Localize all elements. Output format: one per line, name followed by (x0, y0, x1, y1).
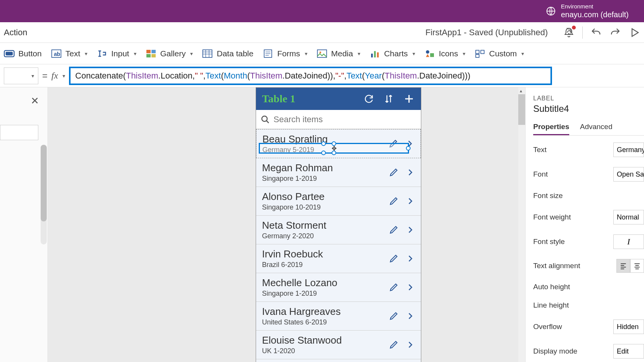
list-item[interactable]: Ivana HargreavesUnited States 6-2019 (256, 302, 421, 331)
svg-rect-25 (430, 53, 434, 57)
search-icon (261, 115, 270, 124)
prop-displaymode-value[interactable]: Edit (613, 344, 644, 359)
datatable-icon (202, 49, 213, 58)
environment-banner: Environment enayu.com (default) (0, 0, 644, 22)
chevron-right-icon[interactable] (406, 340, 415, 349)
prop-overflow-label: Overflow (533, 323, 562, 331)
prop-fontsize-label: Font size (533, 192, 563, 200)
chevron-down-icon[interactable]: ▾ (62, 73, 65, 79)
list-item-subtitle: Singapore 10-2019 (262, 203, 389, 211)
add-icon[interactable] (403, 93, 415, 105)
list-item[interactable]: Irvin RoebuckBrazil 6-2019 (256, 244, 421, 273)
svg-rect-6 (146, 50, 151, 53)
edit-icon[interactable] (389, 196, 399, 206)
app-checker-icon[interactable] (563, 27, 575, 38)
align-center-button[interactable] (630, 259, 644, 273)
chevron-right-icon[interactable] (406, 197, 415, 206)
tab-properties[interactable]: Properties (533, 123, 569, 135)
svg-rect-7 (151, 50, 156, 53)
svg-rect-3 (6, 52, 13, 55)
list-item[interactable]: Kia Dejohn (256, 359, 421, 362)
svg-rect-28 (476, 54, 479, 57)
tab-advanced[interactable]: Advanced (580, 123, 613, 135)
property-selector[interactable]: ▾ (4, 67, 38, 84)
selection-overlay[interactable]: ✥ (259, 143, 409, 154)
undo-icon[interactable] (590, 27, 602, 38)
list-item-subtitle: Brazil 6-2019 (262, 261, 389, 269)
scrollbar[interactable] (41, 145, 47, 244)
edit-icon[interactable] (389, 311, 399, 321)
list-item-subtitle: Singapore 1-2019 (262, 175, 389, 183)
svg-point-20 (319, 51, 321, 53)
environment-label: Environment (561, 3, 629, 10)
play-icon[interactable] (629, 27, 640, 38)
svg-text:ab: ab (54, 51, 60, 57)
refresh-icon[interactable] (363, 93, 374, 104)
list-item-title: Ivana Hargreaves (262, 306, 389, 318)
prop-font-label: Font (533, 170, 548, 179)
custom-icon (475, 49, 485, 58)
redo-icon[interactable] (610, 27, 621, 38)
chevron-down-icon: ▾ (190, 51, 193, 57)
formula-input[interactable]: Concatenate(ThisItem.Location, " ", Text… (69, 67, 552, 85)
edit-icon[interactable] (389, 340, 399, 350)
insert-custom[interactable]: Custom ▾ (475, 49, 524, 58)
prop-lineheight-label: Line height (533, 301, 569, 310)
insert-media[interactable]: Media ▾ (317, 49, 360, 58)
control-name: Subtitle4 (533, 103, 644, 114)
list-item[interactable]: Elouise StanwoodUK 1-2020 (256, 331, 421, 359)
insert-button[interactable]: Button (4, 49, 42, 58)
align-left-button[interactable] (616, 259, 630, 273)
edit-icon[interactable] (389, 167, 399, 177)
insert-input[interactable]: Input ▾ (97, 49, 136, 58)
chevron-right-icon[interactable] (406, 254, 415, 263)
prop-text-label: Text (533, 146, 547, 154)
svg-rect-9 (151, 54, 156, 57)
prop-font-value[interactable]: Open Sans (613, 167, 644, 182)
insert-icons[interactable]: Icons ▾ (424, 49, 465, 58)
list-item-subtitle: UK 1-2020 (262, 347, 389, 355)
insert-charts[interactable]: Charts ▾ (370, 49, 415, 58)
chevron-right-icon[interactable] (406, 283, 415, 292)
list-item[interactable]: Megan RohmanSingapore 1-2019 (256, 158, 421, 187)
list-item[interactable]: Neta StormentGermany 2-2020 (256, 216, 421, 244)
app-header: Table 1 (256, 88, 421, 110)
prop-text-value[interactable]: Germany 5 (613, 143, 644, 157)
canvas-area: Table 1 Beau SpratlingGermany 5-2019 ✥ M… (48, 87, 525, 362)
prop-textalign-label: Text alignment (533, 262, 580, 270)
chevron-right-icon[interactable] (406, 168, 415, 177)
insert-gallery[interactable]: Gallery ▾ (146, 49, 193, 58)
chevron-right-icon[interactable] (406, 225, 415, 234)
list-item[interactable]: Beau SpratlingGermany 5-2019 ✥ (256, 129, 421, 158)
sort-icon[interactable] (383, 93, 394, 104)
svg-rect-22 (374, 51, 376, 57)
environment-icon (545, 6, 556, 16)
insert-forms[interactable]: Forms ▾ (263, 49, 307, 58)
environment-value: enayu.com (default) (561, 10, 629, 19)
control-type-label: LABEL (533, 95, 644, 102)
menu-action[interactable]: Action (4, 28, 27, 38)
svg-rect-27 (481, 50, 484, 54)
list-item[interactable]: Alonso ParteeSingapore 10-2019 (256, 187, 421, 216)
canvas-scrollbar[interactable]: ▴ (518, 87, 525, 362)
chevron-right-icon[interactable] (406, 311, 415, 321)
svg-rect-10 (203, 50, 212, 57)
insert-text[interactable]: ab Text ▾ (51, 49, 88, 58)
media-icon (317, 49, 327, 58)
prop-fontstyle-value[interactable]: I (613, 234, 644, 249)
button-icon (4, 49, 15, 58)
insert-datatable[interactable]: Data table (202, 49, 253, 58)
prop-fontweight-value[interactable]: Normal (613, 210, 644, 224)
prop-fontstyle-label: Font style (533, 238, 565, 246)
edit-icon[interactable] (389, 254, 399, 264)
close-icon[interactable]: ✕ (31, 95, 39, 107)
list-item[interactable]: Mechelle LozanoSingapore 1-2019 (256, 273, 421, 302)
prop-overflow-value[interactable]: Hidden (613, 319, 644, 334)
insert-ribbon: Button ab Text ▾ Input ▾ Gallery ▾ Data … (0, 43, 644, 64)
fx-icon: fx (51, 70, 58, 81)
tree-search-input[interactable] (0, 125, 38, 140)
search-box[interactable] (256, 110, 421, 129)
edit-icon[interactable] (389, 282, 399, 292)
search-input[interactable] (274, 115, 416, 124)
edit-icon[interactable] (389, 225, 399, 235)
